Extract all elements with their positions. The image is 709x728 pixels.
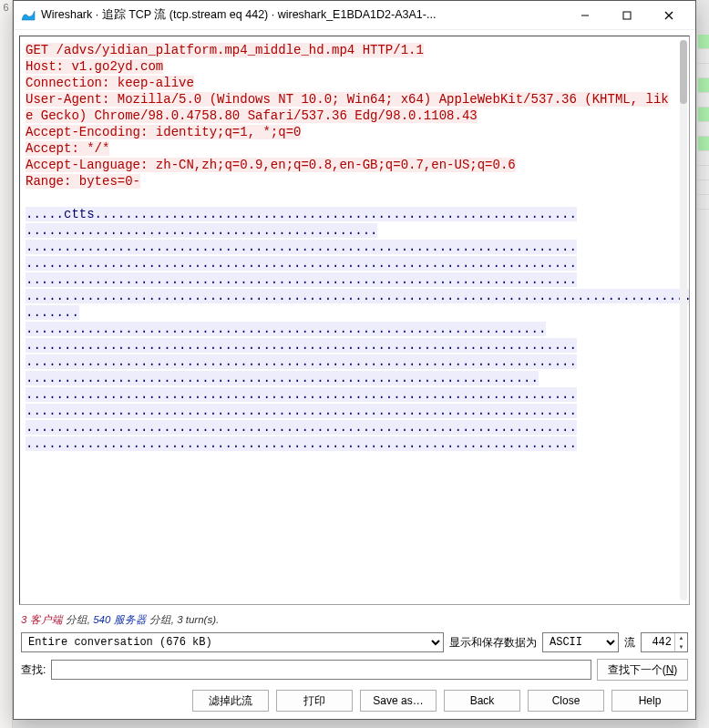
- stream-label: 流: [624, 635, 635, 651]
- dialog-window: Wireshark · 追踪 TCP 流 (tcp.stream eq 442)…: [13, 0, 696, 720]
- request-line: Accept-Language: zh-CN,zh;q=0.9,en;q=0.8…: [26, 158, 516, 172]
- svg-rect-1: [623, 12, 631, 19]
- wireshark-icon: [21, 8, 36, 23]
- request-line: Accept: */*: [26, 141, 109, 156]
- background-right-strip: [698, 35, 709, 728]
- packets-word-2: 分组: [149, 614, 171, 625]
- request-line: Accept-Encoding: identity;q=1, *;q=0: [26, 125, 301, 139]
- request-line: GET /advs/yidian_platform.mp4_middle_hd.…: [26, 43, 424, 57]
- scrollbar-thumb[interactable]: [680, 40, 687, 104]
- response-segment: ........................................…: [26, 354, 577, 369]
- response-segment: ........................................…: [26, 322, 546, 336]
- response-segment: ........................................…: [26, 289, 689, 303]
- find-label: 查找:: [21, 662, 46, 678]
- minimize-button[interactable]: [564, 1, 606, 29]
- titlebar[interactable]: Wireshark · 追踪 TCP 流 (tcp.stream eq 442)…: [14, 1, 695, 30]
- search-row: 查找: 查找下一个(N): [14, 655, 695, 684]
- stream-content-frame: GET /advs/yidian_platform.mp4_middle_hd.…: [19, 36, 690, 605]
- close-button[interactable]: [648, 1, 690, 29]
- packets-word-1: 分组: [66, 614, 87, 625]
- dialog-button-row: 滤掉此流 打印 Save as… Back Close Help: [14, 684, 695, 719]
- request-line: User-Agent: Mozilla/5.0 (Windows NT 10.0…: [26, 92, 669, 123]
- conversation-controls: Entire conversation (676 kB) 显示和保存数据为 AS…: [14, 630, 695, 655]
- stream-text-area[interactable]: GET /advs/yidian_platform.mp4_middle_hd.…: [20, 36, 689, 604]
- turns-text: 3 turn(s).: [177, 614, 219, 625]
- find-input[interactable]: [51, 660, 591, 680]
- encoding-select[interactable]: ASCII: [542, 632, 619, 652]
- maximize-button[interactable]: [606, 1, 648, 29]
- response-segment: ........................................…: [26, 387, 577, 402]
- response-segment: ........................................…: [26, 240, 577, 254]
- response-segment: ........................................…: [26, 404, 577, 418]
- request-line: Host: v1.go2yd.com: [26, 59, 163, 74]
- filter-out-stream-button[interactable]: 滤掉此流: [192, 690, 269, 712]
- save-as-button[interactable]: Save as…: [360, 690, 437, 712]
- stream-number-input[interactable]: [642, 633, 674, 651]
- vertical-scrollbar[interactable]: [680, 40, 687, 600]
- client-label: 客户端: [30, 614, 63, 625]
- request-line: Range: bytes=0-: [26, 174, 140, 189]
- response-segment: ........................................…: [26, 223, 377, 238]
- close-dialog-button[interactable]: Close: [528, 690, 604, 712]
- response-segment: ........................................…: [26, 420, 577, 435]
- stats-row: 3 客户端 分组, 540 服务器 分组, 3 turn(s).: [14, 610, 695, 630]
- response-segment: ........................................…: [26, 272, 577, 287]
- help-button[interactable]: Help: [611, 690, 688, 712]
- response-segment: .....ctts...............................…: [26, 207, 577, 221]
- response-segment: ........................................…: [26, 371, 539, 385]
- client-packets-count: 3: [21, 614, 26, 625]
- show-as-label: 显示和保存数据为: [449, 635, 537, 651]
- back-button[interactable]: Back: [444, 690, 520, 712]
- stream-number-spinner[interactable]: ▲▼: [641, 632, 688, 652]
- background-gutter: 6: [0, 0, 13, 728]
- conversation-scope-select[interactable]: Entire conversation (676 kB): [21, 632, 444, 652]
- request-line: Connection: keep-alive: [26, 76, 194, 90]
- response-segment: ........................................…: [26, 436, 577, 451]
- response-segment: ........................................…: [26, 256, 577, 271]
- window-controls: [564, 1, 690, 29]
- find-next-button[interactable]: 查找下一个(N): [597, 659, 688, 681]
- print-button[interactable]: 打印: [276, 690, 353, 712]
- response-segment: .......: [26, 305, 79, 320]
- response-segment: ........................................…: [26, 338, 577, 353]
- spinner-arrows[interactable]: ▲▼: [674, 633, 687, 651]
- server-packets-count: 540: [93, 614, 110, 625]
- window-title: Wireshark · 追踪 TCP 流 (tcp.stream eq 442)…: [41, 7, 564, 23]
- server-label: 服务器: [114, 614, 147, 625]
